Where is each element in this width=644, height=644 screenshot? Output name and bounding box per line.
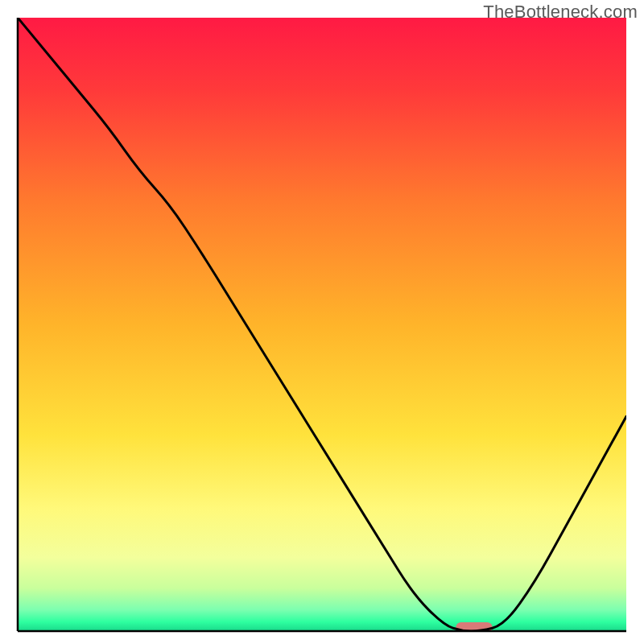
plot-area: [18, 18, 626, 633]
bottleneck-chart: [0, 0, 644, 644]
gradient-background: [18, 18, 626, 631]
chart-container: TheBottleneck.com: [0, 0, 644, 644]
